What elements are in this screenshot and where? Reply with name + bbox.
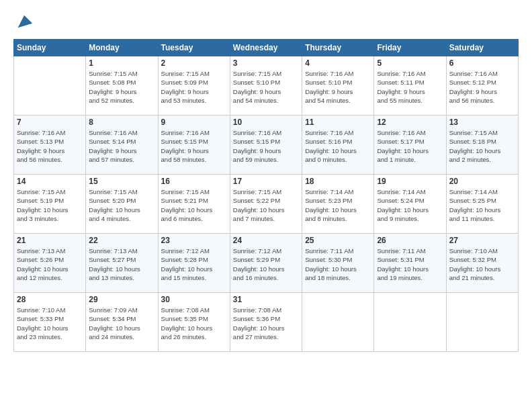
day-info: Sunrise: 7:08 AMSunset: 5:36 PMDaylight:… xyxy=(233,306,299,341)
week-row-3: 14Sunrise: 7:15 AMSunset: 5:19 PMDayligh… xyxy=(14,175,519,234)
calendar-cell: 25Sunrise: 7:11 AMSunset: 5:30 PMDayligh… xyxy=(302,234,374,293)
week-row-5: 28Sunrise: 7:10 AMSunset: 5:33 PMDayligh… xyxy=(14,293,519,352)
day-info: Sunrise: 7:11 AMSunset: 5:30 PMDaylight:… xyxy=(305,246,371,282)
weekday-header-thursday: Thursday xyxy=(302,40,374,56)
calendar-cell: 2Sunrise: 7:15 AMSunset: 5:09 PMDaylight… xyxy=(158,56,230,116)
calendar-cell: 27Sunrise: 7:10 AMSunset: 5:32 PMDayligh… xyxy=(446,234,518,293)
day-number: 22 xyxy=(89,236,154,245)
day-info: Sunrise: 7:15 AMSunset: 5:21 PMDaylight:… xyxy=(161,187,227,223)
day-number: 17 xyxy=(233,177,299,186)
day-number: 25 xyxy=(305,236,371,245)
day-info: Sunrise: 7:15 AMSunset: 5:19 PMDaylight:… xyxy=(17,187,83,223)
day-info: Sunrise: 7:16 AMSunset: 5:16 PMDaylight:… xyxy=(305,128,371,164)
calendar-cell: 21Sunrise: 7:13 AMSunset: 5:26 PMDayligh… xyxy=(14,234,86,293)
day-number: 11 xyxy=(305,118,371,127)
weekday-header-monday: Monday xyxy=(86,40,158,56)
day-number: 8 xyxy=(89,118,154,127)
calendar-cell: 18Sunrise: 7:14 AMSunset: 5:23 PMDayligh… xyxy=(302,175,374,234)
day-info: Sunrise: 7:16 AMSunset: 5:13 PMDaylight:… xyxy=(17,128,83,164)
day-info: Sunrise: 7:09 AMSunset: 5:34 PMDaylight:… xyxy=(89,306,154,341)
day-number: 15 xyxy=(89,177,154,186)
day-number: 14 xyxy=(17,177,83,186)
calendar-cell: 14Sunrise: 7:15 AMSunset: 5:19 PMDayligh… xyxy=(14,175,86,234)
calendar-cell: 26Sunrise: 7:11 AMSunset: 5:31 PMDayligh… xyxy=(374,234,446,293)
day-info: Sunrise: 7:10 AMSunset: 5:32 PMDaylight:… xyxy=(449,246,515,282)
calendar-cell: 8Sunrise: 7:16 AMSunset: 5:14 PMDaylight… xyxy=(86,116,158,175)
day-info: Sunrise: 7:14 AMSunset: 5:23 PMDaylight:… xyxy=(305,187,371,223)
day-info: Sunrise: 7:16 AMSunset: 5:15 PMDaylight:… xyxy=(233,128,299,164)
calendar-cell: 5Sunrise: 7:16 AMSunset: 5:11 PMDaylight… xyxy=(374,56,446,116)
day-info: Sunrise: 7:10 AMSunset: 5:33 PMDaylight:… xyxy=(17,306,83,341)
calendar-cell: 30Sunrise: 7:08 AMSunset: 5:35 PMDayligh… xyxy=(158,293,230,352)
day-number: 7 xyxy=(17,118,83,127)
week-row-2: 7Sunrise: 7:16 AMSunset: 5:13 PMDaylight… xyxy=(14,116,519,175)
calendar-cell: 7Sunrise: 7:16 AMSunset: 5:13 PMDaylight… xyxy=(14,116,86,175)
day-info: Sunrise: 7:12 AMSunset: 5:28 PMDaylight:… xyxy=(161,246,227,282)
day-info: Sunrise: 7:13 AMSunset: 5:27 PMDaylight:… xyxy=(89,246,154,282)
weekday-header-row: SundayMondayTuesdayWednesdayThursdayFrid… xyxy=(14,40,519,56)
day-info: Sunrise: 7:16 AMSunset: 5:11 PMDaylight:… xyxy=(377,69,443,105)
day-number: 27 xyxy=(449,236,515,245)
calendar-cell xyxy=(374,293,446,352)
calendar-cell: 31Sunrise: 7:08 AMSunset: 5:36 PMDayligh… xyxy=(230,293,302,352)
day-info: Sunrise: 7:16 AMSunset: 5:10 PMDaylight:… xyxy=(305,69,371,105)
day-info: Sunrise: 7:08 AMSunset: 5:35 PMDaylight:… xyxy=(161,306,227,341)
day-number: 6 xyxy=(449,58,515,68)
calendar-cell: 19Sunrise: 7:14 AMSunset: 5:24 PMDayligh… xyxy=(374,175,446,234)
week-row-1: 1Sunrise: 7:15 AMSunset: 5:08 PMDaylight… xyxy=(14,56,519,116)
day-info: Sunrise: 7:16 AMSunset: 5:15 PMDaylight:… xyxy=(161,128,227,164)
calendar-cell: 17Sunrise: 7:15 AMSunset: 5:22 PMDayligh… xyxy=(230,175,302,234)
day-info: Sunrise: 7:15 AMSunset: 5:08 PMDaylight:… xyxy=(89,69,154,105)
day-number: 20 xyxy=(449,177,515,186)
day-number: 10 xyxy=(233,118,299,127)
day-number: 31 xyxy=(233,295,299,304)
calendar-cell: 15Sunrise: 7:15 AMSunset: 5:20 PMDayligh… xyxy=(86,175,158,234)
day-number: 5 xyxy=(377,58,443,68)
day-number: 16 xyxy=(161,177,227,186)
day-info: Sunrise: 7:14 AMSunset: 5:24 PMDaylight:… xyxy=(377,187,443,223)
calendar-cell: 23Sunrise: 7:12 AMSunset: 5:28 PMDayligh… xyxy=(158,234,230,293)
weekday-header-friday: Friday xyxy=(374,40,446,56)
day-number: 12 xyxy=(377,118,443,127)
weekday-header-sunday: Sunday xyxy=(14,40,86,56)
day-number: 29 xyxy=(89,295,154,304)
calendar-cell: 29Sunrise: 7:09 AMSunset: 5:34 PMDayligh… xyxy=(86,293,158,352)
week-row-4: 21Sunrise: 7:13 AMSunset: 5:26 PMDayligh… xyxy=(14,234,519,293)
day-info: Sunrise: 7:14 AMSunset: 5:25 PMDaylight:… xyxy=(449,187,515,223)
day-info: Sunrise: 7:11 AMSunset: 5:31 PMDaylight:… xyxy=(377,246,443,282)
day-number: 2 xyxy=(161,58,227,68)
day-number: 23 xyxy=(161,236,227,245)
weekday-header-saturday: Saturday xyxy=(446,40,518,56)
calendar-cell: 10Sunrise: 7:16 AMSunset: 5:15 PMDayligh… xyxy=(230,116,302,175)
calendar-cell: 1Sunrise: 7:15 AMSunset: 5:08 PMDaylight… xyxy=(86,56,158,116)
day-number: 4 xyxy=(305,58,371,68)
day-info: Sunrise: 7:15 AMSunset: 5:18 PMDaylight:… xyxy=(449,128,515,164)
day-number: 3 xyxy=(233,58,299,68)
calendar-cell: 20Sunrise: 7:14 AMSunset: 5:25 PMDayligh… xyxy=(446,175,518,234)
day-info: Sunrise: 7:16 AMSunset: 5:17 PMDaylight:… xyxy=(377,128,443,164)
day-info: Sunrise: 7:15 AMSunset: 5:20 PMDaylight:… xyxy=(89,187,154,223)
day-info: Sunrise: 7:16 AMSunset: 5:14 PMDaylight:… xyxy=(89,128,154,164)
day-number: 24 xyxy=(233,236,299,245)
calendar-table: SundayMondayTuesdayWednesdayThursdayFrid… xyxy=(13,39,519,352)
calendar-cell: 13Sunrise: 7:15 AMSunset: 5:18 PMDayligh… xyxy=(446,116,518,175)
day-number: 18 xyxy=(305,177,371,186)
calendar-cell: 6Sunrise: 7:16 AMSunset: 5:12 PMDaylight… xyxy=(446,56,518,116)
calendar-cell: 3Sunrise: 7:15 AMSunset: 5:10 PMDaylight… xyxy=(230,56,302,116)
day-info: Sunrise: 7:13 AMSunset: 5:26 PMDaylight:… xyxy=(17,246,83,282)
day-info: Sunrise: 7:12 AMSunset: 5:29 PMDaylight:… xyxy=(233,246,299,282)
weekday-header-tuesday: Tuesday xyxy=(158,40,230,56)
day-number: 30 xyxy=(161,295,227,304)
day-number: 21 xyxy=(17,236,83,245)
day-info: Sunrise: 7:15 AMSunset: 5:22 PMDaylight:… xyxy=(233,187,299,223)
calendar-cell: 16Sunrise: 7:15 AMSunset: 5:21 PMDayligh… xyxy=(158,175,230,234)
header xyxy=(13,12,519,31)
day-info: Sunrise: 7:16 AMSunset: 5:12 PMDaylight:… xyxy=(449,69,515,105)
logo-icon xyxy=(15,12,34,31)
calendar-cell: 22Sunrise: 7:13 AMSunset: 5:27 PMDayligh… xyxy=(86,234,158,293)
calendar-cell: 24Sunrise: 7:12 AMSunset: 5:29 PMDayligh… xyxy=(230,234,302,293)
calendar-cell: 4Sunrise: 7:16 AMSunset: 5:10 PMDaylight… xyxy=(302,56,374,116)
day-number: 9 xyxy=(161,118,227,127)
day-info: Sunrise: 7:15 AMSunset: 5:09 PMDaylight:… xyxy=(161,69,227,105)
calendar-cell xyxy=(446,293,518,352)
